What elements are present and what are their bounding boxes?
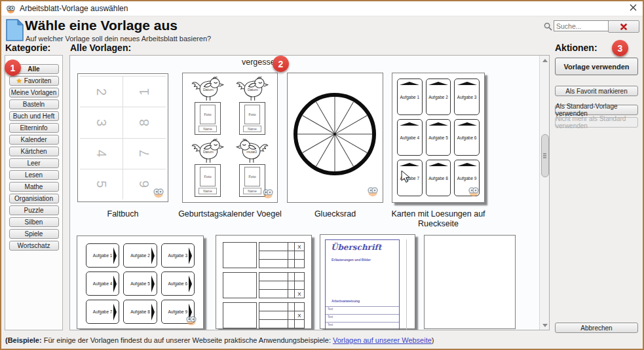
bird-unit: FotoName [185, 76, 230, 138]
bird-unit: FotoName [185, 138, 230, 200]
category-button[interactable]: Kalender [9, 135, 59, 145]
category-label: Leer [27, 160, 40, 167]
bird-unit: FotoName [230, 76, 275, 138]
category-button[interactable]: Spiele [9, 229, 59, 239]
title-bar: Arbeitsblatt-Vorlage auswählen [1, 1, 643, 16]
category-button[interactable]: Silben [9, 217, 59, 227]
scroll-up-button[interactable] [540, 56, 550, 65]
category-button[interactable]: Elterninfo [9, 123, 59, 133]
card-grid: Aufgabe 1Aufgabe 2Aufgabe 3Aufgabe 4Aufg… [86, 243, 195, 321]
text-row: Text [326, 322, 399, 330]
category-label: Buch und Heft [13, 113, 54, 120]
bird-icon [189, 138, 226, 164]
category-button[interactable]: Kärtchen [9, 147, 59, 156]
scroll-down-button[interactable] [540, 321, 550, 330]
faltbuch-cell: 1 [123, 76, 166, 107]
template-caption: Faltbuch [77, 209, 168, 219]
category-label: Basteln [23, 101, 45, 108]
category-button[interactable]: Mathe [9, 182, 59, 192]
category-panel: Alle ★ Favoriten Meine Vorlagen Basteln [5, 55, 63, 330]
website-link[interactable]: Vorlagen auf unserer Webseite [333, 336, 432, 344]
bird-icon [234, 76, 271, 102]
category-label: Mathe [25, 183, 43, 190]
mini-card: Aufgabe 7 [86, 300, 119, 324]
use-as-standard-button[interactable]: Als Standard-Vorlage verwenden [555, 105, 638, 115]
template-thumbnail-gluecksrad[interactable] [287, 73, 383, 203]
star-icon: ★ [16, 78, 22, 84]
mini-card: Aufgabe 7 [397, 160, 423, 196]
category-button[interactable]: Basteln [9, 99, 59, 109]
template-thumbnail-blank[interactable] [424, 235, 516, 329]
category-button[interactable]: Puzzle [9, 205, 59, 215]
category-label: Lesen [25, 171, 43, 179]
mini-card: Aufgabe 8 [426, 160, 451, 196]
mini-card: Aufgabe 5 [123, 271, 157, 296]
red-x-icon [620, 24, 627, 30]
template-list-panel: vergesse 2345 1876 Faltbuch FotoName [69, 55, 550, 330]
mini-card: Aufgabe 8 [123, 300, 157, 324]
text-row: Text [326, 314, 399, 322]
table-layout: X X X [223, 242, 305, 328]
use-template-button[interactable]: Vorlage verwenden [555, 58, 638, 75]
template-chooser-dialog: Datum Arbeitsblatt-Vorlage auswählen Wäh… [0, 0, 644, 350]
category-button[interactable]: Leer [9, 158, 59, 168]
remove-standard-button: Nicht mehr als Standard verwenden [555, 117, 638, 128]
owl-watermark [262, 187, 274, 199]
scrollbar-thumb[interactable] [541, 134, 549, 177]
cancel-button[interactable]: Abbrechen [555, 323, 638, 333]
floating-text: vergesse [242, 58, 275, 67]
template-thumbnail-voegel[interactable]: FotoName FotoName FotoName FotoName [182, 73, 278, 203]
mini-card: Aufgabe 4 [86, 271, 119, 296]
window-title: Arbeitsblatt-Vorlage auswählen [20, 4, 128, 13]
document-icon [6, 19, 24, 41]
category-button[interactable]: ★ Favoriten [9, 76, 59, 86]
category-label: Puzzle [24, 207, 43, 214]
mini-card: Aufgabe 1 [397, 79, 423, 115]
search-input[interactable] [554, 20, 609, 31]
page-subtitle: Auf welcher Vorlage soll dein neues Arbe… [26, 35, 211, 43]
annotation-badge-2: 2 [273, 56, 289, 72]
voegel-grid: FotoName FotoName FotoName FotoName [185, 76, 275, 200]
owl-watermark [153, 186, 164, 198]
category-heading: Kategorie: [5, 43, 50, 53]
templates-heading: Alle Vorlagen: [70, 43, 131, 53]
category-button[interactable]: Organisiation [9, 194, 59, 203]
close-icon[interactable] [628, 2, 639, 13]
category-button[interactable]: Buch und Heft [9, 111, 59, 121]
template-thumbnail-karten[interactable]: Aufgabe 1Aufgabe 2Aufgabe 3Aufgabe 4Aufg… [392, 73, 485, 203]
category-label: Organisiation [14, 195, 53, 202]
mini-card: Aufgabe 6 [454, 119, 480, 156]
category-list: Alle ★ Favoriten Meine Vorlagen Basteln [5, 64, 62, 253]
actions-heading: Aktionen: [555, 43, 597, 53]
category-label: Favoriten [24, 77, 52, 84]
mini-card: Aufgabe 3 [161, 243, 195, 268]
category-button[interactable]: Meine Vorlagen [9, 88, 59, 97]
vertical-scrollbar[interactable] [539, 56, 549, 330]
faltbuch-cell: 2 [80, 76, 123, 107]
mini-card: Aufgabe 3 [454, 79, 480, 115]
template-thumbnail-ueberschrift[interactable]: Überschrift Erläuterungen und Bilder Arb… [320, 234, 415, 329]
search-icon [544, 22, 552, 31]
category-label: Alle [28, 65, 39, 73]
template-caption: Geburtstagskalender Voegel [169, 209, 291, 219]
template-thumbnail-faltbuch[interactable]: 2345 1876 [77, 73, 168, 202]
faltbuch-grid: 2345 1876 [80, 76, 166, 200]
category-label: Elterninfo [20, 124, 47, 131]
mark-favorite-button[interactable]: Als Favorit markieren [555, 86, 638, 96]
category-button[interactable]: Wortschatz [9, 241, 59, 251]
clear-search-button[interactable] [608, 20, 639, 33]
faltbuch-cell: 8 [123, 107, 166, 137]
category-button[interactable]: Lesen [9, 170, 59, 180]
category-label: Kalender [20, 136, 47, 143]
faltbuch-cell: 4 [80, 138, 123, 169]
category-label: Silben [25, 219, 43, 226]
faltbuch-cell: 3 [80, 107, 123, 137]
faltbuch-cell: 7 [123, 138, 166, 169]
template-caption: Karten mit Loesungen auf Rueckseite [387, 209, 490, 229]
template-thumbnail-tabelle[interactable]: X X X [216, 235, 312, 329]
mini-card: Aufgabe 2 [426, 79, 451, 115]
page-title: Wähle eine Vorlage aus [25, 18, 178, 33]
template-thumbnail-karten-quer[interactable]: Aufgabe 1Aufgabe 2Aufgabe 3Aufgabe 4Aufg… [77, 236, 204, 329]
category-label: Kärtchen [20, 148, 47, 155]
owl-watermark [367, 185, 379, 197]
